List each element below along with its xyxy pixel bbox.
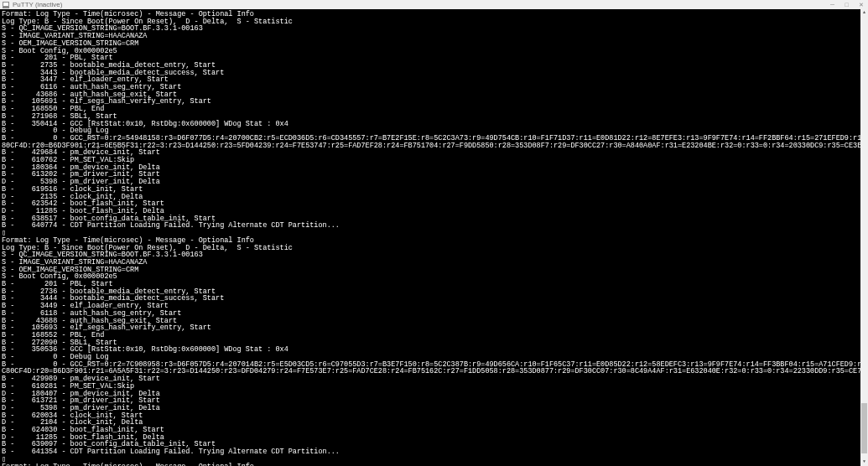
terminal-line: S - OEM_IMAGE_VERSION_STRING=CRM [2, 40, 868, 48]
scroll-down-arrow[interactable]: ▼ [860, 458, 868, 466]
terminal-line: S - Boot Config, 0x000002e5 [2, 273, 868, 281]
putty-icon [3, 2, 9, 8]
terminal-line: B - 168552 - PBL, End [2, 332, 868, 339]
title-bar: PuTTY (inactive) ─ □ ✕ [0, 0, 868, 9]
terminal-line: B - 350414 - GCC [RstStat:0x10, RstDbg:0… [2, 121, 868, 128]
vertical-scrollbar[interactable]: ▲ ▼ [860, 9, 868, 466]
window-title: PuTTY (inactive) [13, 1, 62, 8]
svg-rect-1 [3, 3, 8, 6]
terminal-line: B - 350536 - GCC [RstStat:0x10, RstDbg:0… [2, 346, 868, 354]
scrollbar-thumb[interactable] [861, 403, 867, 453]
maximize-button[interactable]: □ [839, 0, 854, 9]
terminal-line: B - 641354 - CDT Partition Loading Faile… [2, 448, 868, 456]
window-controls: ─ □ ✕ [825, 0, 868, 9]
minimize-button[interactable]: ─ [825, 0, 839, 9]
close-button[interactable]: ✕ [854, 0, 868, 9]
terminal-line: B - 640774 - CDT Partition Loading Faile… [2, 222, 868, 230]
terminal-line: B - 105691 - elf_segs_hash_verify_entry,… [2, 98, 868, 106]
terminal-line: S - OEM_IMAGE_VERSION_STRING=CRM [2, 267, 868, 274]
terminal-line: B - 168550 - PBL, End [2, 106, 868, 113]
terminal-line: Format: Log Type - Time(microsec) - Mess… [2, 463, 868, 466]
terminal-output: Format: Log Type - Time(microsec) - Mess… [0, 9, 868, 466]
terminal-line: B - 105693 - elf_segs_hash_verify_entry,… [2, 324, 868, 332]
terminal-line: S - Boot Config, 0x000002e5 [2, 48, 868, 55]
scroll-up-arrow[interactable]: ▲ [860, 9, 868, 17]
